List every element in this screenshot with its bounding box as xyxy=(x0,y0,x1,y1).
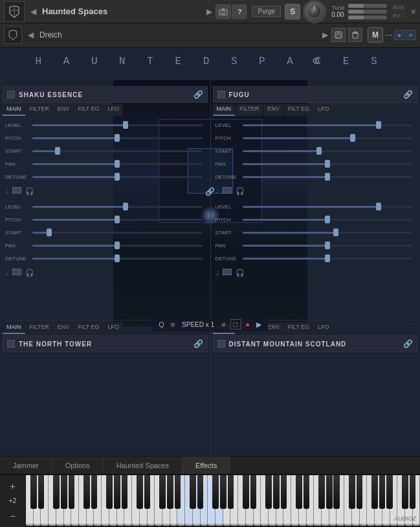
slider2-start-tr[interactable]: START xyxy=(216,227,415,238)
black-key[interactable] xyxy=(402,475,408,509)
headphones2-icon-tl[interactable]: 🎧 xyxy=(25,269,34,277)
black-key[interactable] xyxy=(53,475,60,509)
black-key[interactable] xyxy=(386,475,393,509)
black-key[interactable] xyxy=(122,475,128,509)
gear-icon[interactable]: ⚙ xyxy=(312,56,320,66)
black-key[interactable] xyxy=(144,475,151,509)
black-key[interactable] xyxy=(91,475,98,509)
headphones-icon-tr[interactable]: 🎧 xyxy=(236,187,245,196)
slider2-detune-tr[interactable]: DETUNE xyxy=(216,252,415,264)
black-key[interactable] xyxy=(220,475,227,509)
slider2-pitch-tl[interactable]: PITCH xyxy=(5,214,205,225)
tab-filter-tl[interactable]: FILTER xyxy=(26,104,53,116)
black-key[interactable] xyxy=(250,475,257,509)
black-key[interactable] xyxy=(349,475,355,509)
tab-filter-tr[interactable]: FILTER xyxy=(236,104,263,116)
black-key[interactable] xyxy=(137,475,143,509)
black-key[interactable] xyxy=(114,475,120,509)
inst-link-br[interactable]: 🔗 xyxy=(403,339,413,348)
play-btn[interactable]: ▶ xyxy=(254,320,263,330)
record-btn[interactable]: ● xyxy=(243,320,252,329)
slider2-level-tl[interactable]: LEVEL xyxy=(5,201,205,212)
tab-filt-eg-bl[interactable]: FILT EG xyxy=(74,322,103,334)
inst-checkbox-bl[interactable] xyxy=(7,340,15,348)
tab-main-bl[interactable]: MAIN xyxy=(3,322,25,334)
note-icon-tl[interactable]: ♩ xyxy=(5,187,8,196)
slider-detune-tr[interactable]: DETUNE xyxy=(216,171,415,183)
slider-pan-tr[interactable]: PAN xyxy=(216,158,415,170)
tab-lfo-tr[interactable]: LFO xyxy=(314,104,333,116)
black-key[interactable] xyxy=(212,475,219,509)
piano-keys-container[interactable]: AUDIOZ xyxy=(26,475,420,527)
tab-filt-eg-tr[interactable]: FILT EG xyxy=(284,104,313,116)
slider-pan-tl[interactable]: PAN xyxy=(5,158,205,170)
black-key[interactable] xyxy=(304,475,310,509)
inst-checkbox-tr[interactable] xyxy=(217,91,225,98)
nav-arrow-left[interactable]: ◀ xyxy=(28,7,38,16)
tab-main-tl[interactable]: MAIN xyxy=(3,104,25,116)
tab-env-tr[interactable]: ENV xyxy=(263,104,283,116)
tab-lfo-tl[interactable]: LFO xyxy=(104,104,124,116)
tab-filt-eg-tl[interactable]: FILT EG xyxy=(74,104,103,116)
black-key[interactable] xyxy=(265,475,272,509)
pitch-plus[interactable]: + xyxy=(10,481,15,491)
black-key[interactable] xyxy=(83,475,90,509)
black-key[interactable] xyxy=(159,475,166,509)
tab-env-bl[interactable]: ENV xyxy=(54,322,74,334)
tune-knob[interactable] xyxy=(303,0,326,23)
black-key[interactable] xyxy=(197,475,204,509)
list-btn[interactable]: ≡ xyxy=(169,320,177,329)
m-btn[interactable]: M xyxy=(368,27,383,43)
slider2-pitch-tr[interactable]: PITCH xyxy=(216,214,415,225)
mini-slider-3[interactable] xyxy=(348,16,387,19)
menu-btn[interactable]: ≡ xyxy=(219,320,227,329)
black-key[interactable] xyxy=(273,475,280,509)
inst-link-tl[interactable]: 🔗 xyxy=(193,90,203,99)
s-btn[interactable]: S xyxy=(285,4,300,19)
folder-btn[interactable]: □ xyxy=(230,319,241,330)
tab-options[interactable]: Options xyxy=(52,456,104,474)
pitch-minus[interactable]: − xyxy=(10,511,15,521)
slider-start-tl[interactable]: START xyxy=(5,145,205,157)
nav-arrow-right[interactable]: ▶ xyxy=(204,7,214,16)
q-btn[interactable]: Q xyxy=(157,320,166,329)
slider-pitch-tl[interactable]: PITCH xyxy=(5,132,205,144)
slider2-pan-tr[interactable]: PAN xyxy=(216,240,415,251)
note2-icon-tr[interactable]: ♩ xyxy=(216,269,219,277)
slider-start-tr[interactable]: START xyxy=(216,145,415,157)
tab-jammer[interactable]: Jammer xyxy=(0,456,52,474)
slider-detune-tl[interactable]: DETUNE xyxy=(5,171,205,183)
camera-btn[interactable] xyxy=(216,5,231,19)
waveform2-icon-tl[interactable] xyxy=(12,269,21,275)
inst-link-bl[interactable]: 🔗 xyxy=(193,339,203,348)
black-key[interactable] xyxy=(333,475,340,509)
black-key[interactable] xyxy=(38,475,45,509)
black-key[interactable] xyxy=(410,475,416,509)
black-key[interactable] xyxy=(30,475,37,509)
black-key[interactable] xyxy=(167,475,173,509)
save-btn[interactable] xyxy=(331,28,346,42)
inst-checkbox-br[interactable] xyxy=(217,340,225,348)
black-key[interactable] xyxy=(228,475,234,509)
nav-arrow-right-2[interactable]: ▶ xyxy=(320,30,330,39)
purge-btn[interactable]: Purge xyxy=(252,6,281,17)
inst-link-tr[interactable]: 🔗 xyxy=(403,90,413,99)
waveform-icon-tl[interactable] xyxy=(12,187,21,194)
tab-haunted-spaces[interactable]: Haunted Spaces xyxy=(104,456,182,474)
help-btn[interactable]: ? xyxy=(232,5,247,19)
black-key[interactable] xyxy=(243,475,249,509)
mini-slider-1[interactable] xyxy=(348,4,387,8)
slider-level-tr[interactable]: LEVEL xyxy=(216,119,415,131)
waveform-icon-tr[interactable] xyxy=(223,187,232,194)
nav-arrow-left-2[interactable]: ◀ xyxy=(26,30,36,39)
close-btn[interactable]: × xyxy=(411,6,416,17)
note2-icon-tl[interactable]: ♩ xyxy=(5,269,8,277)
black-key[interactable] xyxy=(379,475,386,509)
inst-checkbox-tl[interactable] xyxy=(7,91,15,98)
mini-slider-2[interactable] xyxy=(348,10,387,14)
slider2-level-tr[interactable]: LEVEL xyxy=(216,201,415,212)
black-key[interactable] xyxy=(326,475,333,509)
headphones2-icon-tr[interactable]: 🎧 xyxy=(236,269,245,277)
slider2-detune-tl[interactable]: DETUNE xyxy=(5,252,205,264)
tab-filter-bl[interactable]: FILTER xyxy=(26,322,53,334)
